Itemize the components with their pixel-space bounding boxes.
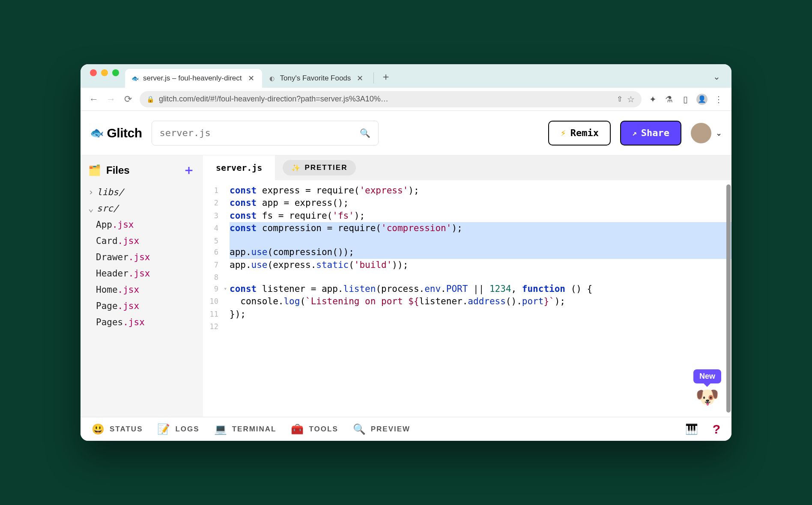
editor-scrollbar[interactable] (726, 184, 731, 413)
file-row[interactable]: Pages.jsx (81, 314, 203, 330)
footer-terminal[interactable]: 💻TERMINAL (214, 423, 277, 435)
project-search-box[interactable]: 🔍 (152, 121, 379, 146)
whats-new-badge[interactable]: New 🐶 (693, 369, 721, 408)
tab-favicon: 🐟 (131, 74, 139, 82)
sparkle-icon: ✨ (291, 163, 301, 172)
code-line[interactable]: 5 (203, 235, 731, 247)
piano-icon[interactable]: 🎹 (685, 423, 698, 435)
editor-tab-bar: server.js ✨ PRETTIER (203, 155, 731, 180)
logs-icon: 📝 (157, 423, 171, 435)
code-line[interactable]: 6app.use(compression()); (203, 246, 731, 258)
file-row[interactable]: Home.jsx (81, 282, 203, 298)
browser-menu-icon[interactable]: ⋮ (713, 94, 724, 104)
file-row[interactable]: Header.jsx (81, 265, 203, 282)
nav-forward-button[interactable]: → (105, 94, 116, 105)
glitch-brand-text: Glitch (107, 126, 142, 140)
window-maximize-button[interactable] (112, 69, 119, 76)
bookmark-icon[interactable]: ☆ (627, 94, 635, 104)
glitch-header: 🐟 Glitch 🔍 ⚡ Remix ↗ Share ⌄ (81, 111, 731, 155)
window-close-button[interactable] (90, 69, 97, 76)
files-icon: 🗂️ (88, 164, 101, 176)
share-icon: ↗ (632, 128, 637, 137)
code-line[interactable]: 1const express = require('express'); (203, 184, 731, 197)
file-sidebar: 🗂️ Files ＋ ›libs/⌄src/App.jsxCard.jsxDra… (81, 155, 203, 417)
new-file-button[interactable]: ＋ (182, 161, 195, 179)
file-tree: ›libs/⌄src/App.jsxCard.jsxDrawer.jsxHead… (81, 182, 203, 332)
user-menu[interactable]: ⌄ (691, 123, 722, 143)
footer-preview[interactable]: 🔍PREVIEW (353, 423, 410, 435)
search-icon[interactable]: 🔍 (360, 128, 370, 138)
browser-window: 🐟 server.js – foul-heavenly-direct ✕ ◐ T… (81, 64, 731, 441)
folder-row[interactable]: ›libs/ (81, 184, 203, 200)
status-footer: 😃STATUS📝LOGS💻TERMINAL🧰TOOLS🔍PREVIEW 🎹 ? (81, 417, 731, 441)
extensions-icon[interactable]: ✦ (648, 94, 658, 104)
file-row[interactable]: App.jsx (81, 217, 203, 233)
remix-label: Remix (570, 128, 599, 138)
share-button[interactable]: ↗ Share (620, 121, 681, 146)
dog-icon: 🐶 (696, 386, 719, 408)
nav-back-button[interactable]: ← (88, 94, 99, 105)
editor-tab-active[interactable]: server.js (203, 155, 275, 180)
tab-close-icon[interactable]: ✕ (246, 74, 256, 83)
code-line[interactable]: 10 console.log(`Listening on port ${list… (203, 295, 731, 308)
glitch-logo-icon: 🐟 (90, 126, 104, 140)
lock-icon: 🔒 (146, 95, 155, 103)
editor-filename: server.js (216, 163, 262, 173)
sidepanel-icon[interactable]: ▯ (680, 94, 690, 104)
avatar (691, 123, 711, 143)
chevron-down-icon: ⌄ (716, 128, 722, 138)
code-line[interactable]: 9▾const listener = app.listen(process.en… (203, 283, 731, 295)
code-line[interactable]: 2const app = express(); (203, 197, 731, 209)
tab-favicon: ◐ (268, 74, 276, 82)
share-label: Share (641, 128, 669, 138)
window-minimize-button[interactable] (101, 69, 108, 76)
tab-overflow-button[interactable]: ⌄ (705, 71, 728, 88)
code-line[interactable]: 7app.use(express.static('build')); (203, 259, 731, 271)
tab-close-icon[interactable]: ✕ (355, 74, 365, 83)
code-line[interactable]: 8 (203, 271, 731, 283)
footer-logs[interactable]: 📝LOGS (157, 423, 199, 435)
share-page-icon[interactable]: ⇧ (617, 95, 623, 104)
folder-row[interactable]: ⌄src/ (81, 200, 203, 217)
main-split: 🗂️ Files ＋ ›libs/⌄src/App.jsxCard.jsxDra… (81, 155, 731, 417)
search-input[interactable] (160, 128, 360, 138)
new-tab-button[interactable]: ＋ (376, 70, 395, 88)
browser-address-bar: ← → ⟳ 🔒 glitch.com/edit/#!/foul-heavenly… (81, 88, 731, 111)
new-badge-label: New (693, 369, 721, 383)
status-icon: 😃 (92, 423, 105, 435)
url-input[interactable]: 🔒 glitch.com/edit/#!/foul-heavenly-direc… (140, 91, 642, 107)
bolt-icon: ⚡ (560, 128, 566, 138)
file-row[interactable]: Drawer.jsx (81, 249, 203, 265)
editor-pane: server.js ✨ PRETTIER 1const express = re… (203, 155, 731, 417)
code-line[interactable]: 11}); (203, 308, 731, 321)
labs-icon[interactable]: ⚗ (664, 94, 674, 104)
files-title: Files (106, 164, 130, 176)
url-text: glitch.com/edit/#!/foul-heavenly-directi… (159, 95, 612, 104)
help-button[interactable]: ? (713, 422, 720, 437)
glitch-logo[interactable]: 🐟 Glitch (90, 126, 142, 140)
browser-tab-active[interactable]: 🐟 server.js – foul-heavenly-direct ✕ (125, 69, 262, 88)
terminal-icon: 💻 (214, 423, 228, 435)
tab-separator (373, 72, 374, 83)
window-controls (84, 69, 125, 83)
preview-icon: 🔍 (353, 423, 367, 435)
code-editor[interactable]: 1const express = require('express');2con… (203, 180, 731, 417)
prettier-button[interactable]: ✨ PRETTIER (283, 160, 356, 175)
tools-icon: 🧰 (291, 423, 304, 435)
prettier-label: PRETTIER (304, 163, 347, 172)
file-row[interactable]: Page.jsx (81, 298, 203, 314)
files-header: 🗂️ Files ＋ (81, 155, 203, 182)
remix-button[interactable]: ⚡ Remix (548, 121, 610, 146)
nav-reload-button[interactable]: ⟳ (122, 94, 134, 105)
tab-title: Tony's Favorite Foods (280, 74, 351, 83)
footer-tools[interactable]: 🧰TOOLS (291, 423, 338, 435)
browser-tab[interactable]: ◐ Tony's Favorite Foods ✕ (262, 69, 371, 88)
code-line[interactable]: 4const compression = require('compressio… (203, 222, 731, 235)
profile-icon[interactable]: 👤 (696, 94, 708, 105)
browser-tab-strip: 🐟 server.js – foul-heavenly-direct ✕ ◐ T… (81, 64, 731, 88)
footer-status[interactable]: 😃STATUS (92, 423, 143, 435)
code-line[interactable]: 3const fs = require('fs'); (203, 210, 731, 222)
tab-title: server.js – foul-heavenly-direct (143, 74, 242, 83)
file-row[interactable]: Card.jsx (81, 233, 203, 249)
code-line[interactable]: 12 (203, 321, 731, 332)
